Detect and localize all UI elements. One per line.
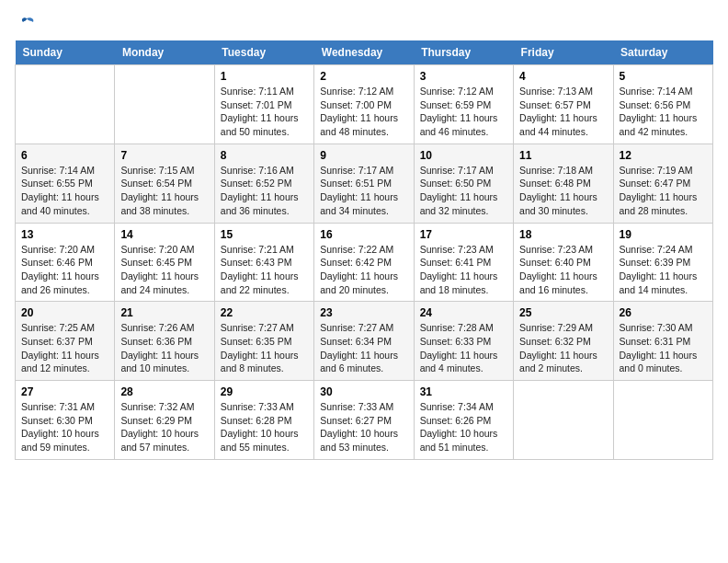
- column-header-sunday: Sunday: [16, 40, 115, 65]
- day-info: Sunrise: 7:32 AM Sunset: 6:29 PM Dayligh…: [120, 400, 208, 454]
- day-info: Sunrise: 7:30 AM Sunset: 6:31 PM Dayligh…: [620, 321, 707, 375]
- day-info: Sunrise: 7:13 AM Sunset: 6:57 PM Dayligh…: [519, 85, 607, 139]
- calendar-cell: 14Sunrise: 7:20 AM Sunset: 6:45 PM Dayli…: [115, 223, 214, 302]
- day-number: 24: [420, 306, 507, 319]
- day-number: 3: [420, 70, 507, 83]
- calendar-cell: [613, 381, 712, 460]
- day-number: 11: [519, 149, 607, 162]
- day-number: 20: [21, 306, 108, 319]
- day-number: 1: [221, 70, 308, 83]
- day-info: Sunrise: 7:21 AM Sunset: 6:43 PM Dayligh…: [221, 243, 308, 297]
- day-number: 2: [320, 70, 407, 83]
- day-number: 29: [221, 385, 308, 398]
- day-info: Sunrise: 7:16 AM Sunset: 6:52 PM Dayligh…: [221, 164, 308, 218]
- day-number: 28: [120, 385, 208, 398]
- day-info: Sunrise: 7:33 AM Sunset: 6:28 PM Dayligh…: [221, 400, 308, 454]
- page-header: [15, 15, 713, 31]
- logo: [15, 15, 37, 31]
- day-number: 9: [320, 149, 407, 162]
- day-info: Sunrise: 7:18 AM Sunset: 6:48 PM Dayligh…: [519, 164, 607, 218]
- column-header-tuesday: Tuesday: [214, 40, 313, 65]
- calendar-cell: 5Sunrise: 7:14 AM Sunset: 6:56 PM Daylig…: [613, 65, 712, 144]
- calendar-cell: 27Sunrise: 7:31 AM Sunset: 6:30 PM Dayli…: [16, 381, 115, 460]
- calendar-cell: 24Sunrise: 7:28 AM Sunset: 6:33 PM Dayli…: [414, 302, 513, 381]
- day-info: Sunrise: 7:23 AM Sunset: 6:40 PM Dayligh…: [519, 243, 607, 297]
- calendar-cell: 9Sunrise: 7:17 AM Sunset: 6:51 PM Daylig…: [314, 144, 414, 223]
- calendar-cell: 25Sunrise: 7:29 AM Sunset: 6:32 PM Dayli…: [514, 302, 613, 381]
- day-info: Sunrise: 7:26 AM Sunset: 6:36 PM Dayligh…: [120, 321, 208, 375]
- day-number: 4: [519, 70, 607, 83]
- day-number: 21: [120, 306, 208, 319]
- day-info: Sunrise: 7:24 AM Sunset: 6:39 PM Dayligh…: [620, 243, 707, 297]
- day-number: 31: [420, 385, 507, 398]
- calendar-table: SundayMondayTuesdayWednesdayThursdayFrid…: [15, 40, 713, 460]
- column-header-friday: Friday: [514, 40, 613, 65]
- calendar-cell: 2Sunrise: 7:12 AM Sunset: 7:00 PM Daylig…: [314, 65, 414, 144]
- calendar-cell: 18Sunrise: 7:23 AM Sunset: 6:40 PM Dayli…: [514, 223, 613, 302]
- calendar-cell: 4Sunrise: 7:13 AM Sunset: 6:57 PM Daylig…: [514, 65, 613, 144]
- calendar-cell: 28Sunrise: 7:32 AM Sunset: 6:29 PM Dayli…: [115, 381, 214, 460]
- day-info: Sunrise: 7:25 AM Sunset: 6:37 PM Dayligh…: [21, 321, 108, 375]
- calendar-cell: 10Sunrise: 7:17 AM Sunset: 6:50 PM Dayli…: [414, 144, 513, 223]
- calendar-cell: 21Sunrise: 7:26 AM Sunset: 6:36 PM Dayli…: [115, 302, 214, 381]
- day-info: Sunrise: 7:20 AM Sunset: 6:45 PM Dayligh…: [120, 243, 208, 297]
- calendar-cell: 7Sunrise: 7:15 AM Sunset: 6:54 PM Daylig…: [115, 144, 214, 223]
- day-number: 30: [320, 385, 407, 398]
- calendar-cell: 22Sunrise: 7:27 AM Sunset: 6:35 PM Dayli…: [214, 302, 313, 381]
- calendar-cell: [16, 65, 115, 144]
- calendar-cell: 1Sunrise: 7:11 AM Sunset: 7:01 PM Daylig…: [214, 65, 313, 144]
- day-info: Sunrise: 7:34 AM Sunset: 6:26 PM Dayligh…: [420, 400, 507, 454]
- day-number: 17: [420, 228, 507, 241]
- day-number: 16: [320, 228, 407, 241]
- column-header-monday: Monday: [115, 40, 214, 65]
- day-info: Sunrise: 7:12 AM Sunset: 6:59 PM Dayligh…: [420, 85, 507, 139]
- day-info: Sunrise: 7:20 AM Sunset: 6:46 PM Dayligh…: [21, 243, 108, 297]
- day-number: 8: [221, 149, 308, 162]
- day-info: Sunrise: 7:23 AM Sunset: 6:41 PM Dayligh…: [420, 243, 507, 297]
- day-info: Sunrise: 7:31 AM Sunset: 6:30 PM Dayligh…: [21, 400, 108, 454]
- calendar-week-2: 6Sunrise: 7:14 AM Sunset: 6:55 PM Daylig…: [16, 144, 713, 223]
- day-number: 15: [221, 228, 308, 241]
- logo-bird-icon: [17, 15, 37, 35]
- calendar-week-3: 13Sunrise: 7:20 AM Sunset: 6:46 PM Dayli…: [16, 223, 713, 302]
- day-number: 5: [620, 70, 707, 83]
- day-info: Sunrise: 7:11 AM Sunset: 7:01 PM Dayligh…: [221, 85, 308, 139]
- day-number: 14: [120, 228, 208, 241]
- column-header-saturday: Saturday: [613, 40, 712, 65]
- calendar-cell: 17Sunrise: 7:23 AM Sunset: 6:41 PM Dayli…: [414, 223, 513, 302]
- calendar-cell: 29Sunrise: 7:33 AM Sunset: 6:28 PM Dayli…: [214, 381, 313, 460]
- day-info: Sunrise: 7:15 AM Sunset: 6:54 PM Dayligh…: [120, 164, 208, 218]
- calendar-cell: [115, 65, 214, 144]
- calendar-header-row: SundayMondayTuesdayWednesdayThursdayFrid…: [16, 40, 713, 65]
- day-info: Sunrise: 7:17 AM Sunset: 6:51 PM Dayligh…: [320, 164, 407, 218]
- calendar-cell: 6Sunrise: 7:14 AM Sunset: 6:55 PM Daylig…: [16, 144, 115, 223]
- calendar-week-5: 27Sunrise: 7:31 AM Sunset: 6:30 PM Dayli…: [16, 381, 713, 460]
- calendar-cell: 16Sunrise: 7:22 AM Sunset: 6:42 PM Dayli…: [314, 223, 414, 302]
- day-number: 12: [620, 149, 707, 162]
- day-info: Sunrise: 7:27 AM Sunset: 6:35 PM Dayligh…: [221, 321, 308, 375]
- day-number: 13: [21, 228, 108, 241]
- calendar-cell: 3Sunrise: 7:12 AM Sunset: 6:59 PM Daylig…: [414, 65, 513, 144]
- day-info: Sunrise: 7:22 AM Sunset: 6:42 PM Dayligh…: [320, 243, 407, 297]
- calendar-cell: 12Sunrise: 7:19 AM Sunset: 6:47 PM Dayli…: [613, 144, 712, 223]
- calendar-cell: 23Sunrise: 7:27 AM Sunset: 6:34 PM Dayli…: [314, 302, 414, 381]
- day-info: Sunrise: 7:29 AM Sunset: 6:32 PM Dayligh…: [519, 321, 607, 375]
- day-info: Sunrise: 7:17 AM Sunset: 6:50 PM Dayligh…: [420, 164, 507, 218]
- day-info: Sunrise: 7:33 AM Sunset: 6:27 PM Dayligh…: [320, 400, 407, 454]
- calendar-week-1: 1Sunrise: 7:11 AM Sunset: 7:01 PM Daylig…: [16, 65, 713, 144]
- day-info: Sunrise: 7:12 AM Sunset: 7:00 PM Dayligh…: [320, 85, 407, 139]
- calendar-cell: 13Sunrise: 7:20 AM Sunset: 6:46 PM Dayli…: [16, 223, 115, 302]
- day-info: Sunrise: 7:14 AM Sunset: 6:56 PM Dayligh…: [620, 85, 707, 139]
- calendar-cell: [514, 381, 613, 460]
- day-number: 25: [519, 306, 607, 319]
- calendar-cell: 31Sunrise: 7:34 AM Sunset: 6:26 PM Dayli…: [414, 381, 513, 460]
- column-header-thursday: Thursday: [414, 40, 513, 65]
- calendar-cell: 30Sunrise: 7:33 AM Sunset: 6:27 PM Dayli…: [314, 381, 414, 460]
- day-number: 19: [620, 228, 707, 241]
- calendar-cell: 19Sunrise: 7:24 AM Sunset: 6:39 PM Dayli…: [613, 223, 712, 302]
- calendar-cell: 11Sunrise: 7:18 AM Sunset: 6:48 PM Dayli…: [514, 144, 613, 223]
- day-number: 10: [420, 149, 507, 162]
- day-number: 7: [120, 149, 208, 162]
- day-number: 23: [320, 306, 407, 319]
- day-info: Sunrise: 7:27 AM Sunset: 6:34 PM Dayligh…: [320, 321, 407, 375]
